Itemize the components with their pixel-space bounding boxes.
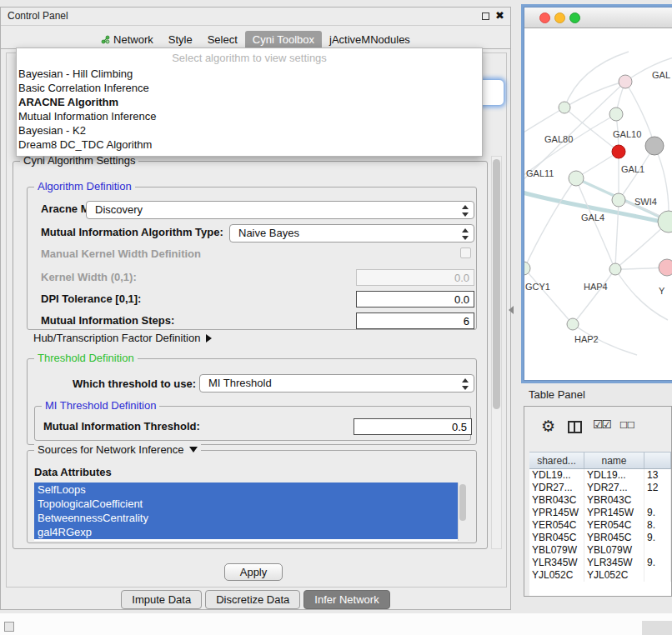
algorithm-option-bayesian-hill-climbing[interactable]: Bayesian - Hill Climbing	[17, 67, 482, 81]
mi-steps-field[interactable]	[356, 312, 474, 329]
select-all-checkboxes-icon[interactable]: ☑☑	[593, 418, 610, 431]
tab-infer-network[interactable]: Infer Network	[303, 590, 389, 609]
mi-type-value: Naive Bayes	[238, 227, 299, 239]
mi-threshold-field[interactable]	[354, 418, 472, 435]
splitter-collapse-arrow-icon[interactable]	[509, 306, 514, 314]
table-cell: YPR145W	[584, 507, 644, 519]
attribute-item-betweennesscentrality[interactable]: BetweennessCentrality	[34, 511, 458, 525]
scrollbar-thumb[interactable]	[459, 484, 466, 521]
mi-type-select[interactable]: Naive Bayes	[229, 224, 474, 242]
tab-network[interactable]: Network	[93, 31, 161, 49]
tab-select[interactable]: Select	[200, 31, 245, 49]
float-window-icon[interactable]	[482, 12, 489, 20]
scrollbar-thumb[interactable]	[493, 159, 500, 409]
network-node[interactable]	[609, 108, 623, 121]
network-edge[interactable]	[616, 222, 668, 268]
network-node[interactable]	[609, 263, 621, 275]
data-attributes-list[interactable]: SelfLoopsTopologicalCoefficientBetweenne…	[34, 482, 466, 541]
node-label-gal10: GAL10	[613, 129, 641, 139]
table-cell: YBR043C	[584, 494, 644, 507]
columns-icon-divider	[574, 422, 575, 432]
tab-jactivemnodules[interactable]: jActiveMNodules	[322, 31, 418, 49]
list-scrollbar[interactable]	[458, 482, 466, 541]
table-row[interactable]: YDR27...YDR27...12	[529, 482, 671, 494]
aracne-mode-select[interactable]: Discovery	[86, 201, 474, 219]
sources-group: Sources for Network Inference Data Attri…	[27, 450, 477, 543]
table-panel-window: ⚙ ☑☑ ☐☐ shared...name YDL19...YDL19...13…	[524, 406, 672, 597]
table-row[interactable]: YJL052CYJL052C	[529, 569, 671, 582]
attribute-item-selfloops[interactable]: SelfLoops	[34, 482, 458, 497]
column-header-2[interactable]	[644, 452, 671, 468]
network-node[interactable]	[569, 171, 584, 186]
network-edge[interactable]	[524, 268, 572, 323]
network-edge[interactable]	[524, 108, 564, 135]
network-node[interactable]	[524, 262, 530, 275]
settings-scrollbar[interactable]	[491, 156, 502, 549]
network-graph: GALGAL80GAL10GAL11GAL1SWI4GAL4GCY1HAP4YH…	[524, 28, 672, 380]
table-row[interactable]: YPR145WYPR145W9.	[529, 507, 671, 519]
node-label-y: Y	[659, 286, 665, 296]
table-row[interactable]: YBL079WYBL079W	[529, 544, 671, 557]
manual-kernel-label: Manual Kernel Width Definition	[41, 248, 201, 260]
node-label-gal80: GAL80	[544, 134, 573, 144]
network-node[interactable]	[659, 259, 672, 276]
stepper-arrows-icon	[462, 205, 469, 217]
network-window-titlebar[interactable]	[524, 8, 672, 28]
expand-right-icon	[206, 334, 212, 342]
table-row[interactable]: YBR043CYBR043C	[529, 494, 671, 507]
kernel-width-label: Kernel Width (0,1):	[41, 271, 137, 283]
tab-style[interactable]: Style	[161, 31, 200, 49]
table-cell: YDL19...	[529, 469, 584, 482]
network-icon	[101, 34, 110, 43]
network-node[interactable]	[559, 102, 570, 113]
network-edge[interactable]	[654, 146, 669, 221]
network-edge[interactable]	[524, 178, 576, 268]
table-row[interactable]: YBR045CYBR045C9.	[529, 532, 671, 544]
attribute-item-topologicalcoefficient[interactable]: TopologicalCoefficient	[34, 497, 458, 511]
columns-icon[interactable]	[568, 421, 582, 433]
network-node[interactable]	[567, 318, 579, 330]
dropdown-placeholder: Select algorithm to view settings	[17, 48, 482, 67]
table-cell: YJL052C	[584, 569, 644, 582]
column-header-name[interactable]: name	[584, 452, 644, 468]
algorithm-option-dream8-dc-tdc-algorithm[interactable]: Dream8 DC_TDC Algorithm	[17, 138, 482, 152]
algorithm-option-aracne-algorithm[interactable]: ARACNE Algorithm	[17, 95, 482, 109]
network-node[interactable]	[645, 137, 664, 155]
cyni-algorithm-settings-group: Cyni Algorithm Settings Algorithm Defini…	[13, 161, 488, 549]
algorithm-option-mutual-information-inference[interactable]: Mutual Information Inference	[17, 109, 482, 123]
close-traffic-light-icon[interactable]	[539, 12, 550, 23]
dpi-tolerance-field[interactable]	[356, 291, 474, 308]
minimize-traffic-light-icon[interactable]	[554, 12, 565, 23]
hub-definition-expander[interactable]: Hub/Transcription Factor Definition	[33, 332, 212, 344]
close-icon[interactable]: ✖	[495, 9, 504, 22]
network-node[interactable]	[619, 75, 632, 88]
attribute-item-gal4rgexp[interactable]: gal4RGexp	[34, 525, 458, 539]
zoom-traffic-light-icon[interactable]	[569, 12, 580, 23]
gear-icon[interactable]: ⚙	[541, 417, 555, 436]
which-threshold-select[interactable]: MI Threshold	[199, 374, 474, 392]
network-node[interactable]	[612, 145, 625, 158]
tab-cyni-toolbox[interactable]: Cyni Toolbox	[245, 31, 322, 49]
algorithm-option-bayesian-k2[interactable]: Bayesian - K2	[17, 123, 482, 138]
tab-discretize-data[interactable]: Discretize Data	[205, 590, 300, 609]
control-panel-tabbar: NetworkStyleSelectCyni ToolboxjActiveMNo…	[1, 31, 510, 49]
network-edge[interactable]	[577, 152, 619, 178]
aracne-mode-value: Discovery	[95, 203, 143, 216]
column-header-shared[interactable]: shared...	[529, 452, 584, 468]
threshold-definition-group: Threshold Definition Which threshold to …	[27, 358, 477, 445]
apply-button[interactable]: Apply	[224, 563, 283, 581]
table-row[interactable]: YER054CYER054C8.	[529, 519, 671, 532]
deselect-all-checkboxes-icon[interactable]: ☐☐	[619, 420, 634, 431]
network-node[interactable]	[612, 193, 625, 207]
algorithm-option-basic-correlation-inference[interactable]: Basic Correlation Inference	[17, 81, 482, 95]
panel-corner-icon[interactable]	[4, 622, 14, 632]
table-row[interactable]: YDL19...YDL19...13	[529, 469, 671, 482]
network-canvas[interactable]: GALGAL80GAL10GAL11GAL1SWI4GAL4GCY1HAP4YH…	[524, 28, 672, 380]
tab-impute-data[interactable]: Impute Data	[121, 590, 202, 609]
hub-definition-label: Hub/Transcription Factor Definition	[33, 332, 200, 344]
network-edge[interactable]	[574, 270, 614, 323]
network-edge[interactable]	[564, 82, 624, 108]
table-row[interactable]: YLR345WYLR345W9.	[529, 557, 671, 569]
sources-expander[interactable]: Sources for Network Inference	[34, 443, 201, 456]
node-label-gcy1: GCY1	[525, 282, 550, 292]
